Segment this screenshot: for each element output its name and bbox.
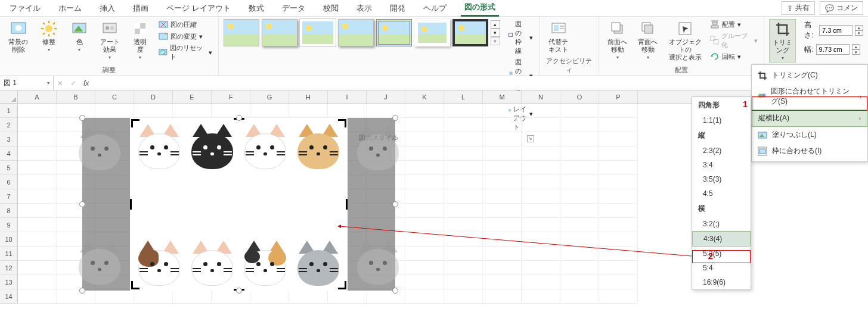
change-picture-button[interactable]: 図の変更 ▾	[157, 31, 213, 42]
crop-handle[interactable]	[346, 199, 348, 210]
picture-style-thumb[interactable]	[414, 19, 450, 46]
annotation-arrow	[334, 220, 715, 262]
name-box[interactable]: 図 1▾	[0, 76, 54, 90]
crop-handle[interactable]	[130, 199, 132, 210]
picture-style-thumb-selected[interactable]	[452, 19, 488, 46]
picture-style-gallery[interactable]: ▴ ▾ ▿	[224, 19, 500, 46]
aspect-option[interactable]: 2:3(2)	[692, 144, 751, 158]
width-input[interactable]	[816, 44, 850, 55]
selection-handle[interactable]	[79, 115, 85, 121]
svg-rect-56	[760, 149, 765, 154]
svg-line-7	[43, 23, 45, 24]
tab-insert[interactable]: 挿入	[96, 1, 119, 16]
selection-handle[interactable]	[392, 201, 398, 207]
gallery-more[interactable]: ▿	[491, 37, 500, 45]
chevron-down-icon: ▾	[47, 80, 49, 86]
select-all-corner[interactable]	[0, 91, 18, 104]
menu-fit[interactable]: 枠に合わせる(I)	[752, 143, 867, 159]
color-button[interactable]: 色▾	[66, 19, 92, 54]
cat-illustration	[189, 123, 235, 169]
picture-style-thumb[interactable]	[338, 19, 374, 46]
group-button[interactable]: グループ化 ▾	[709, 31, 759, 50]
gallery-scroll-up[interactable]: ▴	[491, 20, 500, 29]
tab-page-layout[interactable]: ページ レイアウト	[163, 1, 234, 16]
bring-forward-button[interactable]: 前面へ 移動▾	[604, 19, 631, 61]
picture-style-thumb[interactable]	[262, 19, 297, 46]
crop-handle[interactable]	[338, 119, 346, 127]
spin-up[interactable]: ▴	[855, 25, 863, 30]
aspect-option[interactable]: 3:5(3)	[692, 172, 751, 186]
svg-line-10	[43, 33, 45, 35]
selection-handle[interactable]	[236, 115, 242, 121]
enter-formula-button[interactable]: ✓	[67, 79, 80, 88]
group-label-arrange: 配置	[604, 64, 759, 74]
width-spinner[interactable]: 幅: ▴▾	[802, 44, 863, 55]
height-input[interactable]	[819, 25, 852, 36]
group-accessibility: 代替テ キスト アクセシビリティ	[540, 17, 599, 76]
picture-style-thumb[interactable]	[376, 19, 412, 46]
crop-handle[interactable]	[338, 281, 346, 289]
menu-crop[interactable]: トリミング(C)	[752, 67, 867, 83]
gallery-scroll-down[interactable]: ▾	[491, 29, 500, 37]
aspect-option[interactable]: 4:5	[692, 186, 751, 201]
tab-draw[interactable]: 描画	[129, 1, 152, 16]
cat-illustration	[136, 239, 182, 286]
compress-pictures-button[interactable]: 図の圧縮	[157, 19, 213, 30]
send-backward-button[interactable]: 背面へ 移動▾	[634, 19, 661, 61]
selection-handle[interactable]	[79, 288, 85, 294]
tab-developer[interactable]: 開発	[386, 1, 409, 16]
height-label: 高さ:	[804, 20, 817, 40]
fx-icon[interactable]: fx	[80, 79, 92, 88]
crop-icon	[758, 71, 767, 80]
selection-pane-button[interactable]: オブジェクトの 選択と表示	[665, 19, 705, 63]
cat-illustration	[295, 123, 342, 169]
picture-style-thumb[interactable]	[300, 19, 336, 46]
share-button[interactable]: ⇪共有	[782, 1, 815, 15]
crop-button[interactable]: トリミング▾	[769, 19, 796, 63]
picture-border-button[interactable]: 図の枠線 ▾	[507, 19, 534, 56]
spin-up[interactable]: ▴	[852, 44, 860, 49]
alt-text-button[interactable]: 代替テ キスト	[544, 19, 573, 55]
picture-style-thumb[interactable]	[224, 19, 259, 46]
crop-handle[interactable]	[131, 119, 140, 127]
align-button[interactable]: 配置 ▾	[709, 19, 759, 30]
crop-handle[interactable]	[131, 281, 140, 289]
svg-point-1	[16, 25, 21, 31]
tab-view[interactable]: 表示	[353, 1, 376, 16]
corrections-button[interactable]: 修整▾	[35, 19, 62, 54]
spin-down[interactable]: ▾	[852, 49, 860, 55]
aspect-option[interactable]: 1:1(1)	[692, 113, 751, 127]
svg-rect-17	[135, 23, 140, 29]
cancel-formula-button[interactable]: ✕	[54, 79, 67, 88]
tab-home[interactable]: ホーム	[55, 1, 85, 16]
comments-button[interactable]: 💬コメン	[820, 1, 863, 15]
menu-fill[interactable]: 塗りつぶし(L)	[752, 127, 867, 143]
inserted-picture[interactable]	[82, 118, 395, 291]
aspect-option[interactable]: 16:9(6)	[692, 275, 751, 289]
selection-handle[interactable]	[392, 115, 398, 121]
tab-formulas[interactable]: 数式	[245, 1, 268, 16]
tab-help[interactable]: ヘルプ	[420, 1, 450, 16]
rotate-button[interactable]: 回転 ▾	[709, 51, 759, 62]
selection-handle[interactable]	[392, 288, 398, 294]
tab-file[interactable]: ファイル	[6, 1, 44, 16]
tab-data[interactable]: データ	[278, 1, 309, 16]
formula-bar: 図 1▾ ✕ ✓ fx	[0, 76, 868, 91]
row-headers[interactable]: 1234567891011121314	[0, 104, 18, 304]
menu-crop-to-shape[interactable]: 図形に合わせてトリミング(S)›	[752, 83, 867, 110]
alt-text-icon	[550, 20, 567, 37]
spin-down[interactable]: ▾	[855, 30, 863, 36]
menu-aspect-ratio[interactable]: 縦横比(A)›	[752, 110, 867, 127]
selection-handle[interactable]	[79, 201, 85, 207]
tab-review[interactable]: 校閲	[320, 1, 342, 16]
selection-handle[interactable]	[236, 288, 242, 294]
artistic-effects-button[interactable]: アート効果▾	[97, 19, 123, 61]
aspect-option[interactable]: 5:4	[692, 261, 751, 275]
reset-picture-button[interactable]: 図のリセット ▾	[157, 43, 213, 62]
group-adjust: 背景の 削除 修整▾ 色▾ アート効果▾ 透明 度▾ 図の圧縮 図の変更 ▾	[0, 17, 219, 76]
remove-background-button[interactable]: 背景の 削除	[5, 19, 32, 55]
tab-picture-format[interactable]: 図の形式	[461, 0, 499, 17]
height-spinner[interactable]: 高さ: ▴▾	[802, 20, 863, 40]
aspect-option[interactable]: 3:4	[692, 158, 751, 172]
transparency-button[interactable]: 透明 度▾	[127, 19, 154, 61]
